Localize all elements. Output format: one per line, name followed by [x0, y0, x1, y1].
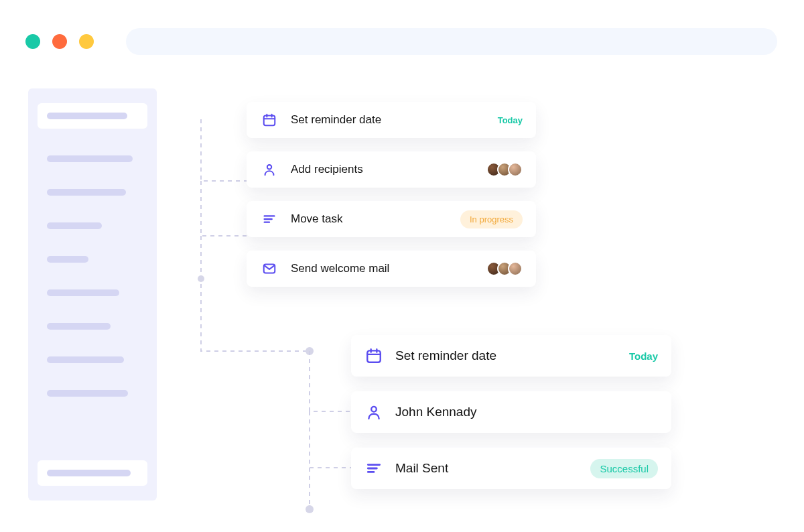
window-dots	[25, 34, 94, 49]
window-dot-close[interactable]	[25, 34, 40, 49]
task-meta: Today	[498, 115, 523, 125]
task-card-add-recipients[interactable]: Add recipients	[247, 151, 536, 188]
svg-rect-3	[264, 116, 275, 126]
sidebar-item[interactable]	[47, 356, 124, 363]
svg-rect-6	[367, 350, 381, 362]
detail-card-set-reminder[interactable]: Set reminder date Today	[351, 335, 671, 377]
sidebar	[28, 88, 157, 501]
person-icon	[364, 403, 383, 421]
svg-point-4	[267, 165, 271, 169]
sidebar-item[interactable]	[47, 323, 111, 330]
sidebar-item[interactable]	[47, 289, 119, 296]
task-label: Set reminder date	[291, 113, 498, 127]
person-icon	[260, 160, 279, 179]
sidebar-item[interactable]	[47, 155, 133, 162]
task-label: Send welcome mail	[291, 262, 486, 275]
window-dot-expand[interactable]	[79, 34, 94, 49]
calendar-icon	[364, 346, 383, 365]
sidebar-item[interactable]	[47, 189, 126, 196]
sidebar-item[interactable]	[47, 390, 128, 397]
avatar	[508, 261, 523, 276]
avatar	[508, 162, 523, 177]
lines-icon	[260, 210, 279, 228]
lines-icon	[364, 459, 383, 478]
detail-card-person[interactable]: John Kennady	[351, 391, 671, 433]
mail-icon	[260, 259, 279, 278]
sidebar-item[interactable]	[47, 256, 88, 263]
task-label: Add recipients	[291, 163, 486, 176]
task-card-move-task[interactable]: Move task In progress	[247, 201, 536, 237]
status-badge: In progress	[460, 210, 523, 228]
task-label: Mail Sent	[395, 461, 590, 476]
task-label: Move task	[291, 212, 460, 226]
window-chrome	[25, 28, 777, 55]
sidebar-item[interactable]	[38, 103, 147, 129]
task-card-send-welcome-mail[interactable]: Send welcome mail	[247, 251, 536, 287]
sidebar-item[interactable]	[38, 460, 147, 486]
svg-point-1	[306, 347, 314, 355]
svg-point-0	[198, 275, 204, 282]
address-bar[interactable]	[126, 28, 777, 55]
recipient-avatars	[486, 162, 523, 177]
detail-card-mail-sent[interactable]: Mail Sent Successful	[351, 448, 671, 489]
svg-point-7	[371, 407, 377, 412]
sidebar-item[interactable]	[47, 222, 102, 229]
svg-point-2	[306, 505, 314, 513]
recipient-avatars	[486, 261, 523, 276]
window-dot-minimize[interactable]	[52, 34, 67, 49]
task-meta: Today	[629, 350, 658, 362]
task-card-set-reminder[interactable]: Set reminder date Today	[247, 102, 536, 138]
calendar-icon	[260, 111, 279, 129]
task-label: John Kennady	[395, 405, 658, 419]
task-label: Set reminder date	[395, 348, 629, 363]
status-badge: Successful	[590, 459, 658, 478]
